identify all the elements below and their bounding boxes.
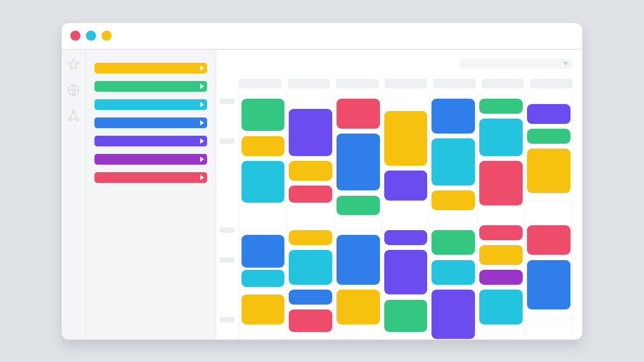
event-block[interactable] bbox=[384, 111, 428, 166]
event-block[interactable] bbox=[479, 119, 523, 156]
event-block[interactable] bbox=[289, 109, 332, 156]
svg-point-1 bbox=[72, 110, 75, 113]
day-header bbox=[530, 79, 573, 88]
day-column[interactable] bbox=[239, 92, 287, 339]
day-column[interactable] bbox=[334, 92, 382, 339]
day-headers bbox=[216, 73, 582, 92]
event-block[interactable] bbox=[431, 230, 475, 255]
event-block[interactable] bbox=[527, 149, 570, 193]
time-label bbox=[219, 227, 235, 233]
iconbar bbox=[62, 50, 86, 339]
event-block[interactable] bbox=[241, 99, 285, 131]
event-block[interactable] bbox=[289, 161, 332, 181]
event-block[interactable] bbox=[241, 161, 285, 203]
titlebar bbox=[62, 23, 582, 50]
event-block[interactable] bbox=[289, 186, 332, 203]
app-body bbox=[62, 50, 582, 339]
globe-icon[interactable] bbox=[67, 83, 80, 99]
day-column[interactable] bbox=[524, 92, 573, 339]
event-block[interactable] bbox=[431, 260, 475, 285]
time-label bbox=[219, 317, 235, 322]
window-control-dot[interactable] bbox=[70, 31, 80, 41]
window-control-dot[interactable] bbox=[101, 31, 112, 41]
calendar-green[interactable] bbox=[94, 81, 207, 92]
calendar-list bbox=[86, 50, 216, 339]
event-block[interactable] bbox=[431, 190, 475, 210]
day-header bbox=[239, 79, 281, 88]
calendar-grid[interactable] bbox=[216, 92, 582, 339]
day-header bbox=[336, 79, 378, 88]
svg-point-2 bbox=[69, 118, 71, 121]
svg-point-3 bbox=[76, 118, 79, 121]
event-block[interactable] bbox=[431, 138, 475, 186]
time-label bbox=[219, 257, 235, 263]
event-block[interactable] bbox=[479, 99, 523, 114]
event-block[interactable] bbox=[289, 290, 332, 305]
time-label bbox=[219, 138, 235, 144]
calendar-cyan[interactable] bbox=[94, 99, 207, 110]
event-block[interactable] bbox=[479, 161, 523, 205]
view-select[interactable] bbox=[460, 59, 573, 69]
event-block[interactable] bbox=[336, 235, 380, 284]
event-block[interactable] bbox=[289, 309, 332, 332]
event-block[interactable] bbox=[336, 290, 380, 324]
day-header bbox=[433, 79, 475, 88]
event-block[interactable] bbox=[241, 136, 285, 156]
event-block[interactable] bbox=[384, 300, 428, 332]
event-block[interactable] bbox=[336, 99, 380, 128]
star-icon[interactable] bbox=[67, 57, 80, 73]
calendar-blue[interactable] bbox=[94, 117, 207, 128]
main-pane bbox=[216, 50, 582, 339]
app-window bbox=[61, 23, 583, 340]
day-header bbox=[385, 79, 427, 88]
event-block[interactable] bbox=[241, 235, 285, 267]
day-column[interactable] bbox=[429, 92, 477, 339]
calendar-yellow[interactable] bbox=[94, 63, 207, 73]
event-block[interactable] bbox=[479, 290, 523, 324]
share-icon[interactable] bbox=[67, 109, 80, 125]
event-block[interactable] bbox=[527, 260, 570, 309]
event-block[interactable] bbox=[384, 250, 428, 294]
window-control-dot[interactable] bbox=[86, 31, 96, 41]
event-block[interactable] bbox=[384, 230, 428, 245]
event-block[interactable] bbox=[479, 270, 523, 285]
day-header bbox=[482, 79, 524, 88]
event-block[interactable] bbox=[336, 196, 380, 216]
event-block[interactable] bbox=[527, 129, 570, 144]
event-block[interactable] bbox=[384, 171, 428, 200]
calendar-red[interactable] bbox=[94, 172, 207, 183]
calendar-indigo[interactable] bbox=[94, 136, 207, 146]
calendar-purple[interactable] bbox=[94, 154, 207, 165]
day-header bbox=[288, 79, 330, 88]
event-block[interactable] bbox=[336, 134, 380, 190]
day-column[interactable] bbox=[382, 92, 429, 339]
event-block[interactable] bbox=[527, 225, 570, 255]
event-block[interactable] bbox=[479, 225, 523, 240]
event-block[interactable] bbox=[289, 230, 332, 245]
day-column[interactable] bbox=[287, 92, 334, 339]
event-block[interactable] bbox=[431, 99, 475, 134]
event-block[interactable] bbox=[479, 245, 523, 265]
event-block[interactable] bbox=[241, 294, 285, 324]
toolbar bbox=[216, 50, 582, 73]
day-column[interactable] bbox=[477, 92, 525, 339]
time-gutter bbox=[216, 92, 239, 339]
event-block[interactable] bbox=[527, 104, 570, 124]
time-label bbox=[219, 99, 235, 104]
event-block[interactable] bbox=[289, 250, 332, 285]
event-block[interactable] bbox=[241, 270, 285, 287]
event-block[interactable] bbox=[431, 290, 475, 339]
